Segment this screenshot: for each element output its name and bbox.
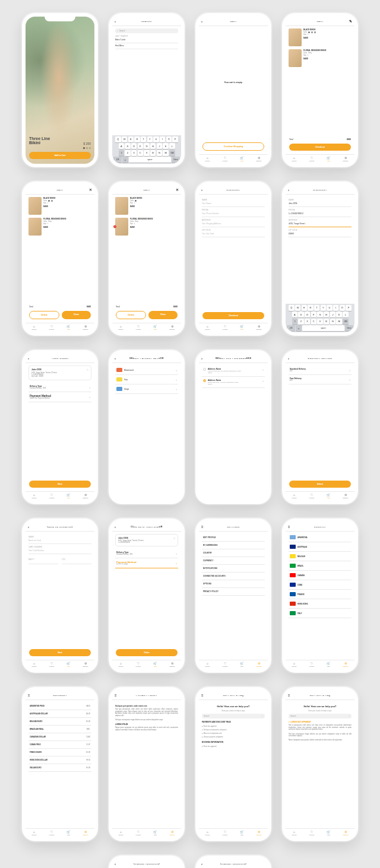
key-Y[interactable]: Y (321, 305, 327, 311)
cart-item[interactable]: BLACK BIKINIColorSize L$450 (28, 197, 91, 215)
settings-row[interactable]: CURRENCY (202, 557, 265, 565)
key-F[interactable]: F (138, 143, 144, 149)
remove-icon[interactable]: − (113, 225, 116, 228)
back-icon[interactable]: ‹ (201, 188, 202, 192)
order-button[interactable]: Order (116, 649, 178, 656)
key-S[interactable]: S (298, 311, 304, 317)
search-input[interactable]: ⌕Search (115, 28, 178, 33)
country-row[interactable]: ARGENTINA (289, 533, 352, 542)
key-R[interactable]: R (308, 305, 314, 311)
country-row[interactable]: BELGIUM (289, 552, 352, 561)
cart-item[interactable]: FLORAL DESIGNED BIKINI Color Grey Size L… (289, 49, 352, 67)
currency-row[interactable]: BELGIAN EUROEUR (28, 718, 91, 726)
menu-icon[interactable]: ≡ (201, 694, 204, 697)
key-P[interactable]: P (172, 136, 178, 142)
numeric-key[interactable]: 123 (113, 157, 122, 163)
currency-row[interactable]: HONG KONG DOLLARHKD (28, 756, 91, 764)
currency-row[interactable]: CUBAN PESOCUP (28, 741, 91, 749)
key-J[interactable]: J (157, 143, 163, 149)
key-O[interactable]: O (166, 136, 172, 142)
key-B[interactable]: B (324, 319, 330, 325)
menu-icon[interactable]: ≡ (28, 694, 30, 697)
currency-row[interactable]: ARGENTINE PESOARS (28, 702, 91, 710)
back-icon[interactable]: ‹ (288, 357, 289, 360)
key-O[interactable]: O (340, 305, 346, 311)
key-G[interactable]: G (317, 311, 323, 317)
key-U[interactable]: U (153, 136, 159, 142)
cart-item[interactable]: BLACK BIKINI Color Size L $450 (289, 28, 352, 46)
tab-cart[interactable]: 🛒Cart (240, 157, 243, 162)
back-icon[interactable]: ‹ (115, 20, 116, 23)
edit-icon[interactable]: ✎ (349, 19, 352, 23)
key-X[interactable]: X (305, 319, 311, 325)
currency-row[interactable]: BRAZILIAN REALBRL (28, 726, 91, 733)
tab-wishlist[interactable]: ♡Wishlist (309, 157, 315, 162)
cart-item[interactable]: −FLORAL DESIGNED BIKINIColor GreySize L$… (115, 218, 178, 236)
back-icon[interactable]: ‹ (28, 525, 29, 529)
continue-shopping-button[interactable]: Continue Shopping (202, 142, 264, 151)
add-to-cart-button[interactable]: Add to Cart (29, 152, 91, 159)
currency-row[interactable]: CANADIAN DOLLARCAD (28, 733, 91, 741)
address-card[interactable]: John DOE✎ 4476, Yonge Street, Toronto | … (28, 365, 91, 380)
payment-row[interactable]: Payment MethodSelect Your Payment Method… (28, 392, 91, 402)
key-M[interactable]: M (163, 150, 169, 156)
menu-icon[interactable]: ≡ (288, 525, 290, 529)
key-T[interactable]: T (314, 305, 320, 311)
cardname-input[interactable]: Name on Card (28, 538, 91, 544)
select-button[interactable]: Select (289, 481, 351, 488)
key-L[interactable]: L (343, 311, 349, 317)
back-icon[interactable]: ‹ (115, 862, 116, 866)
back-icon[interactable]: ‹ (201, 862, 202, 866)
tab-settings[interactable]: ⚙Settings (343, 157, 348, 162)
shift-key[interactable]: ⇧ (119, 150, 125, 156)
address-card[interactable]: John DOE✎ 4476, Yonge Street, Toronto | … (115, 534, 178, 546)
key-Z[interactable]: Z (298, 319, 304, 325)
done-button[interactable]: Done (148, 311, 178, 319)
keyboard[interactable]: QWERTYUIOP ASDFGHJKL ⇧ZXCVBNM⌫ 123☺space… (112, 135, 181, 164)
tab-search[interactable]: ⌕Search (205, 157, 210, 162)
tab-search[interactable]: ⌕Search (292, 157, 297, 162)
address-input[interactable]: 4476, Yonge Street | (289, 221, 352, 227)
back-icon[interactable]: ‹ (201, 357, 202, 360)
back-icon[interactable]: ‹ (201, 20, 202, 23)
checkout-button[interactable]: Checkout (202, 312, 264, 319)
payment-method-row[interactable]: Mastercard› (115, 365, 178, 375)
key-V[interactable]: V (317, 319, 323, 325)
key-Q[interactable]: Q (289, 305, 294, 311)
key-R[interactable]: R (134, 136, 140, 142)
key-N[interactable]: N (157, 150, 163, 156)
edit-icon[interactable]: ✎ (87, 368, 88, 371)
tab-cart[interactable]: 🛒Cart (327, 157, 330, 162)
tab-wishlist[interactable]: ♡Wishlist (223, 157, 228, 162)
key-K[interactable]: K (336, 311, 342, 317)
currency-row[interactable]: ITALIAN EUROEUR (28, 764, 91, 772)
key-D[interactable]: D (305, 311, 311, 317)
phone-input[interactable]: Your Phone Number (202, 211, 265, 217)
key-C[interactable]: C (138, 150, 144, 156)
zip-input[interactable]: Your Zip Code (202, 231, 265, 237)
back-icon[interactable]: ‹ (288, 188, 289, 192)
space-key[interactable]: space (129, 157, 171, 163)
country-row[interactable]: CANADA (289, 571, 352, 580)
close-icon[interactable]: ✕ (89, 187, 92, 192)
settings-row[interactable]: NOTIFICATIONS (202, 565, 265, 573)
close-icon[interactable]: ✕ (176, 187, 179, 192)
done-button[interactable]: Done (62, 311, 91, 319)
key-F[interactable]: F (311, 311, 317, 317)
key-H[interactable]: H (150, 143, 156, 149)
key-Q[interactable]: Q (115, 136, 121, 142)
key-B[interactable]: B (150, 150, 156, 156)
menu-icon[interactable]: ≡ (115, 694, 117, 697)
address-row[interactable]: Address NameRonda Sant Pere, 42 Floor 7 … (202, 377, 265, 388)
cardnumber-input[interactable]: Your Card Number (28, 548, 91, 554)
zip-input[interactable]: 65890 (289, 231, 352, 237)
key-W[interactable]: W (295, 305, 301, 311)
back-icon[interactable]: ‹ (28, 357, 29, 360)
backspace-key[interactable]: ⌫ (169, 150, 175, 156)
country-row[interactable]: ITALY (289, 609, 352, 618)
carousel-dots[interactable] (29, 147, 91, 149)
key-S[interactable]: S (125, 143, 131, 149)
faq-search[interactable]: Search⌕ (289, 714, 352, 718)
currency-row[interactable]: FRENCH EUROEUR (28, 749, 91, 756)
menu-icon[interactable]: ≡ (288, 694, 290, 697)
